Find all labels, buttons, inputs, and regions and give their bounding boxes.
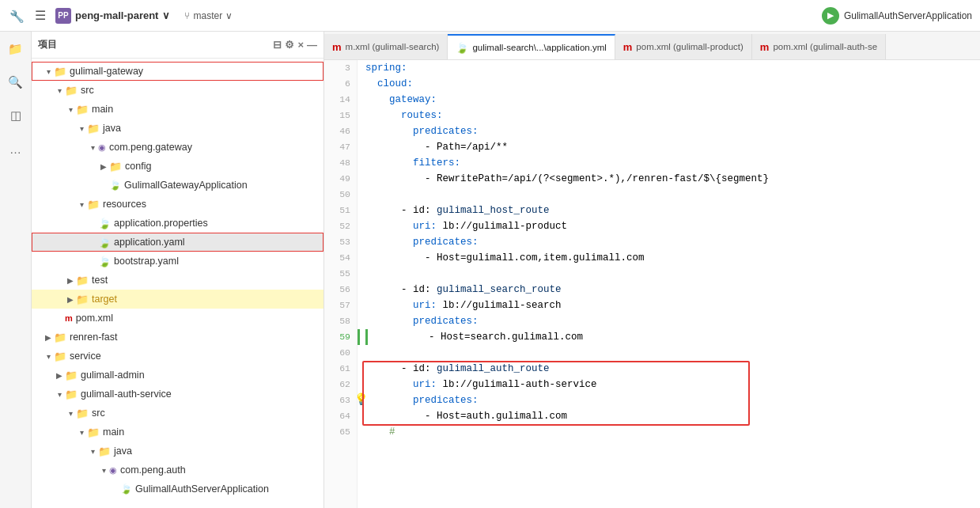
code-line[interactable]: - id: gulimall_host_route (365, 203, 980, 218)
xml-tab-icon: m (332, 41, 342, 53)
code-line[interactable]: routes: (365, 108, 980, 123)
tree-item-renren-fast[interactable]: ▶ 📁 renren-fast (32, 328, 324, 347)
minimize-icon[interactable]: — (307, 39, 317, 51)
tab-pom-product[interactable]: m pom.xml (gulimall-product) (615, 34, 752, 59)
tab-pom-search[interactable]: m m.xml (gulimall-search) (324, 34, 448, 59)
code-line[interactable]: predicates: (365, 392, 980, 408)
tree-item-gulimall-gateway[interactable]: ▾ 📁 gulimall-gateway (32, 62, 324, 81)
svg-text:🔧: 🔧 (9, 9, 25, 24)
line-numbers: 3 6 14 15 46 47 48 49 50 51 52 53 54 55 … (324, 60, 358, 508)
tree-item-com-peng-auth[interactable]: ▾ ◉ com.peng.auth (32, 461, 324, 480)
yaml-icon: 🍃 (98, 256, 111, 267)
branch-chevron-icon: ∨ (225, 10, 233, 21)
code-line[interactable]: predicates: (365, 123, 980, 139)
code-line[interactable] (365, 345, 980, 361)
project-view-icon[interactable]: 📁 (5, 38, 27, 60)
code-line[interactable]: cloud: (365, 76, 980, 92)
code-line[interactable]: filters: (365, 155, 980, 171)
tree-item-main[interactable]: ▾ 📁 main (32, 100, 324, 119)
run-button[interactable]: ▶ (822, 7, 839, 25)
code-line[interactable]: gateway: (365, 92, 980, 108)
structure-icon[interactable]: ◫ (5, 104, 27, 127)
collapse-icon[interactable]: ⊟ (273, 39, 282, 51)
line-num: 58 (339, 313, 350, 329)
tree-label: config (125, 161, 151, 172)
folder-icon: 📁 (76, 294, 89, 305)
tree-item-java[interactable]: ▾ 📁 java (32, 119, 324, 138)
folder-icon: 📁 (87, 123, 100, 135)
code-scroll-wrapper[interactable]: 💡 spring: cloud: gateway: routes: predic… (358, 60, 980, 508)
tree-item-application-yaml[interactable]: 🍃 application.yaml (32, 233, 324, 252)
tree-item-src2[interactable]: ▾ 📁 src (32, 404, 324, 423)
code-token: - Path=/api/** (365, 139, 508, 155)
code-line[interactable]: uri: lb://gulimall-product (365, 218, 980, 234)
find-icon[interactable]: 🔍 (5, 71, 27, 93)
code-line[interactable]: # (365, 424, 980, 440)
tree-label: bootstrap.yaml (114, 256, 179, 267)
tree-label: GulimallGatewayApplication (124, 180, 248, 191)
tree-item-main2[interactable]: ▾ 📁 main (32, 423, 324, 442)
code-line[interactable]: spring: (365, 60, 980, 76)
tree-item-service[interactable]: ▾ 📁 service (32, 347, 324, 366)
code-token: filters: (365, 155, 460, 171)
arrow-icon: ▾ (76, 124, 87, 133)
tree-label: GulimallAuthServerApplication (135, 483, 269, 495)
arrow-icon: ▾ (65, 105, 76, 114)
code-line[interactable]: - Host=auth.gulimall.com (365, 408, 980, 424)
tree-label: renren-fast (70, 332, 117, 343)
folder-icon: 📁 (87, 199, 100, 210)
code-token: gulimall_search_route (437, 282, 562, 298)
tree-label: test (92, 275, 108, 286)
tab-pom-auth[interactable]: m pom.xml (gulimall-auth-se (752, 34, 886, 59)
tree-item-test[interactable]: ▶ 📁 test (32, 271, 324, 290)
tree-item-pom-xml[interactable]: m pom.xml (32, 309, 324, 328)
tree-label: service (70, 351, 101, 362)
code-token: predicates: (365, 392, 479, 408)
tree-item-bootstrap-yaml[interactable]: 🍃 bootstrap.yaml (32, 252, 324, 271)
tree-label: src (92, 408, 105, 419)
code-line[interactable]: - id: gulimall_auth_route (365, 361, 980, 377)
tree-item-GulimallGatewayApplication[interactable]: 🍃 GulimallGatewayApplication (32, 176, 324, 195)
tree-label: resources (103, 199, 146, 210)
close-icon[interactable]: × (297, 39, 304, 51)
tree-item-config[interactable]: ▶ 📁 config (32, 157, 324, 176)
code-line[interactable]: predicates: (365, 234, 980, 250)
code-line[interactable]: - Path=/api/** (365, 139, 980, 155)
tab-application-yaml[interactable]: 🍃 gulimall-search\...\application.yml (448, 34, 615, 59)
tree-label: application.properties (114, 218, 208, 229)
arrow-icon: ▾ (43, 352, 54, 361)
main-layout: 📁 🔍 ◫ … 项目 ⊟ ⚙ × — ▾ 📁 gulimall-gateway … (0, 32, 980, 508)
folder-icon: 📁 (54, 66, 66, 78)
tree-item-target[interactable]: ▶ 📁 target (32, 290, 324, 309)
hamburger-menu-icon[interactable]: ☰ (35, 8, 46, 23)
code-line[interactable]: uri: lb://gulimall-search (365, 298, 980, 313)
tree-item-application-properties[interactable]: 🍃 application.properties (32, 214, 324, 233)
tree-item-gulimall-admin[interactable]: ▶ 📁 gulimall-admin (32, 366, 324, 385)
arrow-icon: ▾ (87, 447, 98, 456)
project-selector[interactable]: PP peng-mall-parent ∨ (55, 8, 170, 24)
code-line[interactable] (365, 266, 980, 282)
arrow-icon: ▶ (98, 162, 109, 171)
editor-tabs: m m.xml (gulimall-search) 🍃 gulimall-sea… (324, 32, 980, 60)
tree-item-GulimallAuthServerApplication[interactable]: 🍃 GulimallAuthServerApplication (32, 480, 324, 499)
folder-icon: 📁 (54, 332, 66, 343)
code-line[interactable]: - Host=gulimall.com,item.gulimall.com (365, 250, 980, 266)
code-line[interactable]: uri: lb://gulimall-auth-service (365, 377, 980, 392)
tree-item-java2[interactable]: ▾ 📁 java (32, 442, 324, 461)
app-logo-icon: 🔧 (8, 7, 25, 25)
settings-icon[interactable]: ⚙ (285, 39, 294, 51)
code-line[interactable]: - RewritePath=/api/(?<segment>.*),/renre… (365, 171, 980, 187)
tree-item-gulimall-auth-service[interactable]: ▾ 📁 gulimall-auth-service (32, 385, 324, 404)
code-line[interactable]: - id: gulimall_search_route (365, 282, 980, 298)
tree-item-src[interactable]: ▾ 📁 src (32, 81, 324, 100)
more-icon[interactable]: … (5, 138, 27, 160)
branch-selector[interactable]: ⑂ master ∨ (184, 10, 233, 21)
code-line[interactable]: predicates: (365, 313, 980, 329)
tree-item-resources[interactable]: ▾ 📁 resources (32, 195, 324, 214)
tree-item-com-peng-gateway[interactable]: ▾ ◉ com.peng.gateway (32, 138, 324, 157)
arrow-icon: ▾ (54, 86, 65, 95)
folder-icon: 📁 (98, 445, 111, 457)
branch-icon: ⑂ (184, 10, 190, 21)
code-line[interactable] (365, 187, 980, 203)
code-line[interactable]: - Host=search.gulimall.com (365, 329, 980, 345)
